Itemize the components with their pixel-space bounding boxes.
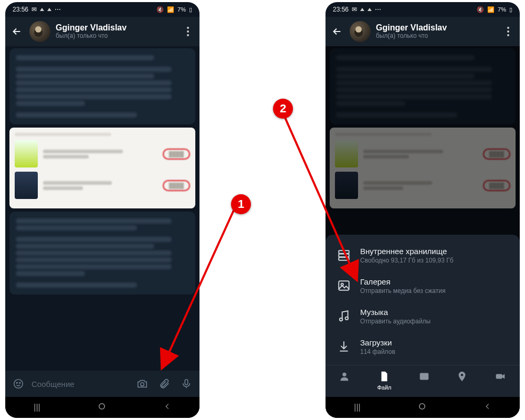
message-input-bar: Сообщение — [5, 371, 200, 397]
chat-title-block[interactable]: Gginger Vladislav был(а) только что — [376, 23, 496, 40]
chat-name: Gginger Vladislav — [376, 23, 496, 33]
svg-rect-16 — [496, 374, 502, 379]
menu-button[interactable] — [501, 27, 516, 36]
svg-rect-7 — [339, 254, 349, 257]
sheet-item-subtitle: Свободно 93,17 Гб из 109,93 Гб — [360, 257, 454, 264]
product-thumb — [15, 172, 38, 199]
signal-icon: 📶 — [167, 6, 174, 13]
svg-point-15 — [461, 374, 464, 376]
sheet-item-storage[interactable]: Внутреннее хранилище Свободно 93,17 Гб и… — [326, 240, 520, 270]
nav-home[interactable] — [97, 402, 107, 413]
embedded-card: ████ ████ — [9, 128, 195, 208]
chat-body[interactable]: ████ ████ — [5, 46, 200, 371]
mic-button[interactable] — [177, 375, 195, 393]
chat-name: Gginger Vladislav — [56, 23, 175, 33]
svg-point-2 — [19, 382, 20, 383]
sheet-item-downloads[interactable]: Загрузки 114 файлов — [326, 331, 520, 362]
svg-rect-8 — [339, 257, 349, 260]
phone-left: 23:56 ✉ ⋯ 🔇 📶 7% ▯ Gginger Vladislav был… — [5, 2, 200, 418]
signal-icon: 📶 — [487, 6, 495, 13]
camera-button[interactable] — [133, 375, 151, 393]
message-input[interactable]: Сообщение — [32, 380, 129, 388]
tab-gallery[interactable] — [418, 371, 430, 391]
svg-rect-6 — [339, 250, 349, 253]
svg-point-13 — [343, 373, 346, 376]
svg-point-3 — [141, 383, 144, 386]
chat-status: был(а) только что — [376, 33, 496, 40]
android-nav: ||| — [5, 397, 200, 418]
sheet-item-title: Внутреннее хранилище — [360, 247, 454, 256]
back-button[interactable] — [9, 24, 24, 39]
chat-header: Gginger Vladislav был(а) только что — [5, 17, 200, 46]
chat-header: Gginger Vladislav был(а) только что — [326, 17, 520, 46]
attach-sheet: Внутреннее хранилище Свободно 93,17 Гб и… — [326, 235, 520, 397]
back-button[interactable] — [330, 24, 344, 39]
price-badge: ████ — [163, 149, 190, 160]
more-icon: ⋯ — [55, 6, 61, 13]
chat-status: был(а) только что — [56, 33, 175, 40]
mail-icon: ✉ — [352, 6, 357, 13]
svg-point-12 — [345, 317, 348, 320]
sheet-item-title: Музыка — [360, 308, 430, 317]
tab-location[interactable] — [456, 371, 468, 391]
nav-recents[interactable]: ||| — [34, 403, 40, 412]
menu-button[interactable] — [181, 27, 195, 36]
telegram-icon-2 — [368, 8, 372, 11]
status-bar: 23:56 ✉ ⋯ 🔇 📶 7% ▯ — [326, 2, 520, 17]
message-bubble — [9, 48, 195, 124]
nav-back[interactable] — [484, 403, 491, 412]
gallery-icon — [335, 277, 353, 295]
battery-icon: ▯ — [509, 6, 512, 13]
svg-rect-4 — [185, 380, 188, 385]
message-bubble — [9, 212, 195, 295]
nav-recents[interactable]: ||| — [354, 403, 360, 412]
sheet-item-gallery[interactable]: Галерея Отправить медиа без сжатия — [326, 270, 520, 301]
svg-point-11 — [340, 318, 342, 321]
annotation-badge-1: 1 — [231, 194, 251, 214]
sheet-tabs: Файл — [326, 365, 520, 397]
telegram-icon — [360, 8, 364, 11]
nav-home[interactable] — [417, 402, 427, 413]
price-badge: ████ — [163, 180, 190, 191]
battery-icon: ▯ — [189, 6, 192, 13]
nav-back[interactable] — [164, 403, 171, 412]
svg-point-17 — [419, 404, 425, 410]
sheet-item-subtitle: Отправить аудиофайлы — [360, 318, 430, 325]
battery-text: 7% — [177, 6, 186, 13]
emoji-button[interactable] — [9, 375, 27, 393]
sheet-item-title: Галерея — [360, 277, 445, 286]
status-time: 23:56 — [13, 6, 28, 13]
telegram-icon — [40, 8, 44, 11]
phone-right: 23:56 ✉ ⋯ 🔇 📶 7% ▯ Gginger Vladislav был… — [326, 2, 520, 418]
telegram-icon-2 — [47, 8, 51, 11]
product-thumb — [15, 140, 38, 167]
chat-title-block[interactable]: Gginger Vladislav был(а) только что — [56, 23, 175, 40]
battery-text: 7% — [498, 6, 506, 13]
storage-icon — [335, 246, 353, 264]
mute-icon: 🔇 — [156, 6, 164, 13]
attach-button[interactable] — [155, 375, 173, 393]
downloads-icon — [335, 338, 353, 355]
svg-point-1 — [16, 382, 17, 383]
mail-icon: ✉ — [32, 6, 37, 13]
tab-video[interactable] — [495, 371, 506, 391]
status-time: 23:56 — [333, 6, 349, 13]
tab-contact[interactable] — [339, 371, 350, 391]
music-icon — [335, 307, 353, 325]
svg-point-0 — [14, 380, 23, 388]
android-nav: ||| — [326, 397, 520, 418]
sheet-item-music[interactable]: Музыка Отправить аудиофайлы — [326, 301, 520, 331]
sheet-item-subtitle: 114 файлов — [360, 348, 395, 355]
tab-file-label: Файл — [377, 384, 391, 391]
annotation-badge-2: 2 — [273, 99, 293, 119]
svg-rect-9 — [339, 281, 349, 290]
mute-icon: 🔇 — [477, 6, 484, 13]
svg-rect-14 — [419, 373, 428, 380]
tab-file[interactable]: Файл — [377, 371, 391, 391]
avatar[interactable] — [350, 21, 371, 42]
svg-point-5 — [99, 404, 105, 410]
avatar[interactable] — [29, 21, 50, 42]
sheet-item-subtitle: Отправить медиа без сжатия — [360, 287, 445, 295]
sheet-item-title: Загрузки — [360, 338, 395, 347]
status-bar: 23:56 ✉ ⋯ 🔇 📶 7% ▯ — [5, 2, 200, 17]
